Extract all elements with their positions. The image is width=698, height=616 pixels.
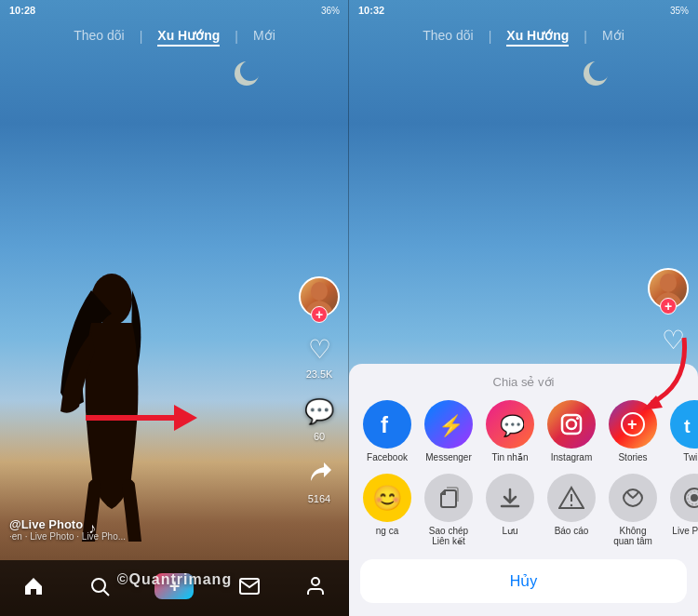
tinnhan-icon: 💬	[486, 400, 534, 449]
avatar-wrap-left[interactable]: +	[299, 276, 340, 317]
share-action-left[interactable]: 5164	[302, 457, 336, 504]
time-left: 10:28	[9, 5, 35, 16]
status-icons-left: 36%	[321, 6, 340, 16]
share-count-left: 5164	[308, 493, 330, 504]
share-action-report[interactable]: Báo cáo	[544, 474, 598, 546]
red-arrow-right	[605, 328, 689, 416]
music-note-left: ♪	[88, 520, 96, 537]
avatar-plus-left[interactable]: +	[311, 306, 328, 323]
watermark-left: @Live Photo ·en · Live Photo · Live Pho.…	[9, 517, 126, 542]
svg-point-12	[567, 420, 576, 429]
nav-tabs-right: Theo dõi | Xu Hướng | Mới	[349, 20, 698, 54]
username-left: @Live Photo	[9, 517, 126, 531]
nav-tabs-left: Theo dõi | Xu Hướng | Mới	[0, 20, 349, 54]
copy-icon	[424, 474, 473, 522]
livephoto-icon	[670, 474, 698, 522]
svg-text:+: +	[627, 415, 638, 434]
divider1-right: |	[489, 29, 492, 47]
messenger-icon: ⚡	[424, 400, 473, 449]
share-action-notinterested[interactable]: Khôngquan tâm	[606, 474, 660, 546]
tab-xu-huong-right[interactable]: Xu Hướng	[506, 28, 569, 47]
svg-text:💬: 💬	[500, 413, 524, 438]
share-icon-left	[302, 457, 336, 490]
divider-line	[348, 0, 349, 616]
svg-point-22	[691, 494, 698, 502]
moon-decoration-left	[240, 60, 261, 81]
like-action-left[interactable]: ♡ 23.5K	[302, 332, 336, 380]
copy-label: Sao chépLiên kết	[429, 526, 468, 546]
save-icon	[486, 474, 534, 522]
svg-text:⚡: ⚡	[438, 413, 463, 438]
red-arrow-left	[86, 401, 197, 435]
report-icon	[547, 474, 596, 522]
girl-silhouette-left	[37, 244, 186, 542]
heart-icon-left: ♡	[302, 332, 336, 366]
tab-xu-huong-left[interactable]: Xu Hướng	[157, 28, 220, 47]
instagram-label: Instagram	[551, 452, 592, 462]
svg-text:f: f	[381, 412, 389, 437]
battery-right: 35%	[670, 6, 689, 16]
avatar-plus-right[interactable]: +	[660, 298, 677, 315]
comment-action-left[interactable]: 💬 60	[302, 395, 336, 442]
instagram-icon	[547, 400, 596, 449]
share-app-instagram[interactable]: Instagram	[544, 400, 598, 462]
status-icons-right: 35%	[670, 6, 689, 16]
share-action-copy[interactable]: Sao chépLiên kết	[422, 474, 476, 546]
status-bar-left: 10:28 36%	[0, 0, 349, 20]
tinnhan-label: Tin nhắn	[492, 452, 529, 462]
comment-count-left: 60	[314, 431, 325, 442]
divider1-left: |	[140, 29, 143, 47]
status-bar-right: 10:32 35%	[349, 0, 698, 20]
avatar-wrap-right[interactable]: +	[648, 268, 689, 309]
share-actions-row: 😊 ng ca Sao chépLiên kết	[349, 470, 698, 554]
svg-point-13	[576, 417, 579, 420]
svg-text:t: t	[684, 416, 691, 436]
facebook-icon: f	[363, 400, 411, 449]
share-app-messenger[interactable]: ⚡ Messenger	[422, 400, 476, 462]
bottom-bar-left: +	[0, 560, 349, 616]
svg-point-20	[570, 504, 572, 506]
sticker-label: ng ca	[376, 526, 398, 536]
cancel-button[interactable]: Hủy	[360, 559, 687, 603]
tab-theo-doi-right[interactable]: Theo dõi	[423, 28, 473, 47]
report-label: Báo cáo	[555, 526, 589, 536]
right-actions-left: + ♡ 23.5K 💬 60 5164	[299, 276, 340, 504]
time-right: 10:32	[358, 5, 384, 16]
twitter-label: Twi...	[683, 452, 698, 462]
tab-moi-right[interactable]: Mới	[602, 28, 624, 47]
share-action-save[interactable]: Lưu	[483, 474, 537, 546]
share-action-sticker[interactable]: 😊 ng ca	[360, 474, 414, 546]
notinterested-icon	[609, 474, 657, 522]
subtitle-left: ·en · Live Photo · Live Pho...	[9, 531, 126, 542]
livephoto-label: Live Photo	[672, 526, 698, 536]
right-phone: 10:32 35% Theo dõi | Xu Hướng | Mới + ♡ …	[349, 0, 698, 616]
svg-marker-3	[174, 405, 197, 431]
messenger-label: Messenger	[425, 452, 471, 462]
tab-moi-left[interactable]: Mới	[253, 28, 275, 47]
divider2-left: |	[235, 29, 238, 47]
left-phone: 10:28 36% Theo dõi | Xu Hướng | Mới	[0, 0, 349, 616]
like-count-left: 23.5K	[306, 368, 333, 380]
svg-point-7	[660, 274, 677, 292]
divider2-right: |	[584, 29, 587, 47]
comment-icon-left: 💬	[302, 395, 336, 428]
moon-decoration-right	[589, 60, 610, 81]
notinterested-label: Khôngquan tâm	[613, 526, 652, 546]
site-watermark-left: ©Quantrimang	[0, 571, 349, 588]
svg-point-1	[311, 282, 328, 301]
share-action-livephoto[interactable]: Live Photo	[667, 474, 698, 546]
svg-line-5	[104, 591, 110, 596]
share-app-tinnhan[interactable]: 💬 Tin nhắn	[483, 400, 537, 462]
save-label: Lưu	[502, 526, 517, 536]
battery-left: 36%	[321, 6, 340, 16]
stories-label: Stories	[618, 452, 647, 462]
tab-theo-doi-left[interactable]: Theo dõi	[74, 28, 124, 47]
share-app-facebook[interactable]: f Facebook	[360, 400, 414, 462]
site-name-left: ©Quantrimang	[117, 571, 232, 587]
sticker-icon: 😊	[363, 474, 411, 522]
facebook-label: Facebook	[367, 452, 408, 462]
